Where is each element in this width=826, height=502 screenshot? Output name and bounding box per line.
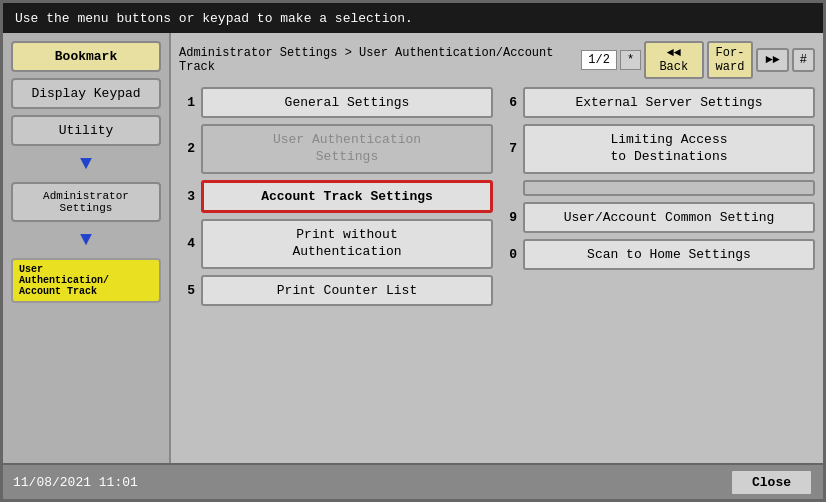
empty-button-8 (523, 180, 815, 196)
nav-controls: 1/2 * ◄◄ Back For-ward ►► # (581, 41, 815, 79)
menu-item-8 (501, 180, 815, 196)
arrow-down-icon-2: ▼ (11, 230, 161, 250)
admin-settings-button[interactable]: AdministratorSettings (11, 182, 161, 222)
print-counter-list-button[interactable]: Print Counter List (201, 275, 493, 306)
close-button[interactable]: Close (730, 469, 813, 496)
utility-button[interactable]: Utility (11, 115, 161, 146)
menu-item-9: 9 User/Account Common Setting (501, 202, 815, 233)
forward-arrows-button[interactable]: ►► (756, 48, 788, 72)
menu-item-0: 0 Scan to Home Settings (501, 239, 815, 270)
print-without-auth-button[interactable]: Print withoutAuthentication (201, 219, 493, 269)
external-server-settings-button[interactable]: External Server Settings (523, 87, 815, 118)
breadcrumb: Administrator Settings > User Authentica… (179, 46, 581, 74)
arrow-down-icon-1: ▼ (11, 154, 161, 174)
menu-item-7: 7 Limiting Accessto Destinations (501, 124, 815, 174)
bookmark-button[interactable]: Bookmark (11, 41, 161, 72)
page-indicator: 1/2 (581, 50, 617, 70)
menu-item-3: 3 Account Track Settings (179, 180, 493, 213)
star-button[interactable]: * (620, 50, 641, 70)
user-account-common-setting-button[interactable]: User/Account Common Setting (523, 202, 815, 233)
instruction-bar: Use the menu buttons or keypad to make a… (3, 3, 823, 33)
general-settings-button[interactable]: General Settings (201, 87, 493, 118)
user-auth-button[interactable]: UserAuthentication/Account Track (11, 258, 161, 303)
datetime: 11/08/2021 11:01 (13, 475, 138, 490)
menu-item-1: 1 General Settings (179, 87, 493, 118)
sidebar: Bookmark Display Keypad Utility ▼ Admini… (3, 33, 171, 463)
limiting-access-button[interactable]: Limiting Accessto Destinations (523, 124, 815, 174)
menu-item-5: 5 Print Counter List (179, 275, 493, 306)
menu-item-4: 4 Print withoutAuthentication (179, 219, 493, 269)
scan-to-home-settings-button[interactable]: Scan to Home Settings (523, 239, 815, 270)
display-keypad-button[interactable]: Display Keypad (11, 78, 161, 109)
instruction-text: Use the menu buttons or keypad to make a… (15, 11, 413, 26)
account-track-settings-button[interactable]: Account Track Settings (201, 180, 493, 213)
menu-item-2: 2 User AuthenticationSettings (179, 124, 493, 174)
status-bar: 11/08/2021 11:01 Close (3, 463, 823, 499)
hash-button[interactable]: # (792, 48, 815, 72)
menu-item-6: 6 External Server Settings (501, 87, 815, 118)
breadcrumb-row: Administrator Settings > User Authentica… (179, 41, 815, 79)
forward-button[interactable]: For-ward (707, 41, 754, 79)
content-area: Administrator Settings > User Authentica… (171, 33, 823, 463)
user-authentication-settings-button: User AuthenticationSettings (201, 124, 493, 174)
back-button[interactable]: ◄◄ Back (644, 41, 703, 79)
